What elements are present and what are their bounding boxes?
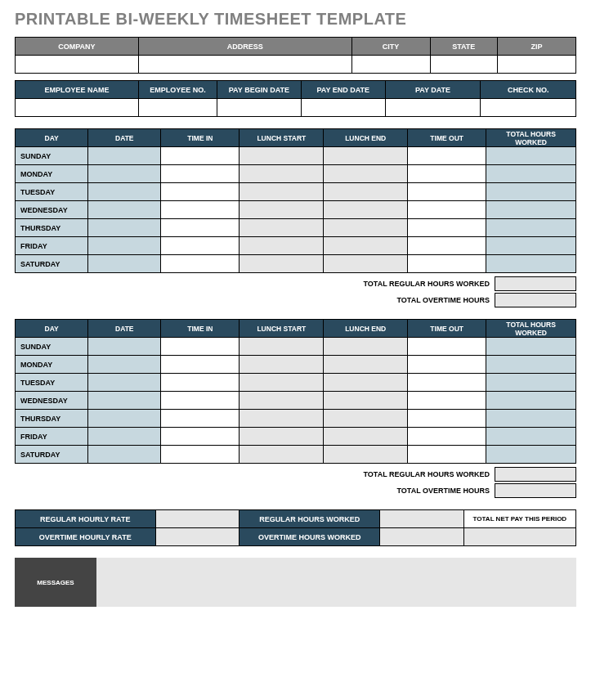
week2-lunch-end[interactable]	[324, 392, 408, 410]
week2-date[interactable]	[88, 392, 161, 410]
week1-lunch-end[interactable]	[324, 237, 408, 255]
employee-value-checkno[interactable]	[481, 99, 576, 117]
week1-date[interactable]	[88, 147, 161, 165]
week2-time-in[interactable]	[161, 338, 240, 356]
week1-lunch-end[interactable]	[324, 255, 408, 273]
week1-total[interactable]	[486, 201, 576, 219]
company-value-address[interactable]	[138, 56, 351, 74]
week1-date[interactable]	[88, 183, 161, 201]
week2-time-in[interactable]	[161, 410, 240, 428]
week1-lunch-end[interactable]	[324, 219, 408, 237]
week2-time-out[interactable]	[408, 338, 486, 356]
week1-date[interactable]	[88, 219, 161, 237]
week1-time-out[interactable]	[408, 165, 486, 183]
week2-time-out[interactable]	[408, 410, 486, 428]
company-value-city[interactable]	[351, 56, 430, 74]
week2-time-out[interactable]	[408, 446, 486, 464]
week1-time-in[interactable]	[161, 165, 240, 183]
week1-date[interactable]	[88, 165, 161, 183]
week2-total[interactable]	[486, 392, 576, 410]
week1-lunch-start[interactable]	[240, 201, 324, 219]
week1-time-in[interactable]	[161, 237, 240, 255]
week2-lunch-start[interactable]	[240, 356, 324, 374]
week2-total[interactable]	[486, 446, 576, 464]
week2-lunch-start[interactable]	[240, 374, 324, 392]
week1-lunch-start[interactable]	[240, 219, 324, 237]
week1-date[interactable]	[88, 201, 161, 219]
week2-total[interactable]	[486, 410, 576, 428]
week1-lunch-end[interactable]	[324, 183, 408, 201]
week2-time-in[interactable]	[161, 392, 240, 410]
week2-date[interactable]	[88, 374, 161, 392]
week2-time-out[interactable]	[408, 356, 486, 374]
pay-ot-hours-value[interactable]	[379, 528, 463, 546]
week1-time-in[interactable]	[161, 147, 240, 165]
week2-regular-value[interactable]	[495, 467, 576, 482]
week2-date[interactable]	[88, 338, 161, 356]
week1-date[interactable]	[88, 237, 161, 255]
week1-total[interactable]	[486, 219, 576, 237]
week2-lunch-start[interactable]	[240, 446, 324, 464]
week1-time-in[interactable]	[161, 183, 240, 201]
week1-total[interactable]	[486, 255, 576, 273]
week2-lunch-end[interactable]	[324, 338, 408, 356]
week2-lunch-start[interactable]	[240, 410, 324, 428]
week1-time-in[interactable]	[161, 219, 240, 237]
employee-value-paybegin[interactable]	[217, 99, 301, 117]
week2-time-in[interactable]	[161, 356, 240, 374]
week1-time-out[interactable]	[408, 201, 486, 219]
week2-lunch-end[interactable]	[324, 374, 408, 392]
week1-lunch-end[interactable]	[324, 201, 408, 219]
week1-total[interactable]	[486, 147, 576, 165]
week1-lunch-start[interactable]	[240, 237, 324, 255]
week2-time-in[interactable]	[161, 374, 240, 392]
week2-lunch-start[interactable]	[240, 428, 324, 446]
week1-lunch-start[interactable]	[240, 147, 324, 165]
week2-time-out[interactable]	[408, 374, 486, 392]
employee-value-name[interactable]	[16, 99, 139, 117]
week2-total[interactable]	[486, 338, 576, 356]
week1-lunch-end[interactable]	[324, 165, 408, 183]
employee-value-paydate[interactable]	[385, 99, 481, 117]
week2-lunch-end[interactable]	[324, 410, 408, 428]
pay-ot-rate-value[interactable]	[155, 528, 240, 546]
pay-reg-rate-value[interactable]	[155, 510, 240, 528]
company-value-company[interactable]	[16, 56, 139, 74]
week2-time-out[interactable]	[408, 392, 486, 410]
messages-value[interactable]	[96, 558, 576, 607]
week1-total[interactable]	[486, 165, 576, 183]
week2-date[interactable]	[88, 356, 161, 374]
week1-lunch-end[interactable]	[324, 147, 408, 165]
employee-value-payend[interactable]	[301, 99, 385, 117]
week2-lunch-end[interactable]	[324, 428, 408, 446]
week1-time-out[interactable]	[408, 147, 486, 165]
week2-date[interactable]	[88, 446, 161, 464]
week1-time-out[interactable]	[408, 237, 486, 255]
pay-reg-hours-value[interactable]	[379, 510, 463, 528]
week2-lunch-end[interactable]	[324, 356, 408, 374]
company-value-state[interactable]	[430, 56, 497, 74]
week1-lunch-start[interactable]	[240, 183, 324, 201]
week1-date[interactable]	[88, 255, 161, 273]
week1-time-in[interactable]	[161, 255, 240, 273]
week1-total[interactable]	[486, 237, 576, 255]
week2-total[interactable]	[486, 374, 576, 392]
company-value-zip[interactable]	[497, 56, 575, 74]
week1-regular-value[interactable]	[495, 276, 576, 291]
week2-time-in[interactable]	[161, 428, 240, 446]
week2-lunch-start[interactable]	[240, 392, 324, 410]
employee-value-no[interactable]	[138, 99, 217, 117]
week1-lunch-start[interactable]	[240, 165, 324, 183]
week1-time-out[interactable]	[408, 183, 486, 201]
week2-time-out[interactable]	[408, 428, 486, 446]
week1-time-out[interactable]	[408, 255, 486, 273]
week2-lunch-start[interactable]	[240, 338, 324, 356]
week2-date[interactable]	[88, 410, 161, 428]
week1-time-out[interactable]	[408, 219, 486, 237]
week1-overtime-value[interactable]	[495, 293, 576, 307]
week2-total[interactable]	[486, 356, 576, 374]
pay-net-value[interactable]	[463, 528, 575, 546]
week2-lunch-end[interactable]	[324, 446, 408, 464]
week2-time-in[interactable]	[161, 446, 240, 464]
week1-time-in[interactable]	[161, 201, 240, 219]
